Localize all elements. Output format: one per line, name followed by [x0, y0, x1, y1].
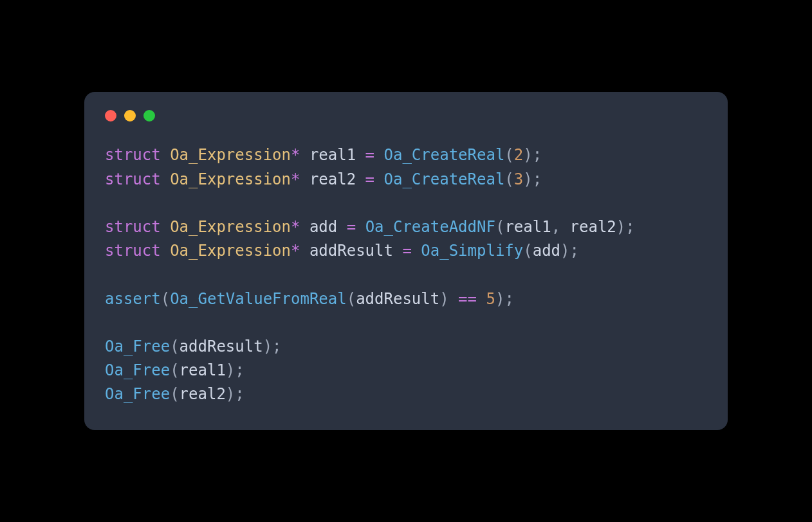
- code-block: struct Oa_Expression* real1 = Oa_CreateR…: [105, 143, 707, 406]
- window-controls: [105, 110, 707, 122]
- code-line-6: Oa_Free(addResult);: [105, 338, 282, 356]
- code-line-5: assert(Oa_GetValueFromReal(addResult) ==…: [105, 290, 514, 308]
- close-icon[interactable]: [105, 110, 116, 122]
- code-line-3: struct Oa_Expression* add = Oa_CreateAdd…: [105, 218, 635, 236]
- code-line-4: struct Oa_Expression* addResult = Oa_Sim…: [105, 242, 579, 260]
- code-line-8: Oa_Free(real2);: [105, 385, 245, 403]
- maximize-icon[interactable]: [143, 110, 155, 122]
- code-line-2: struct Oa_Expression* real2 = Oa_CreateR…: [105, 170, 542, 188]
- code-line-7: Oa_Free(real1);: [105, 361, 245, 379]
- minimize-icon[interactable]: [124, 110, 136, 122]
- code-line-1: struct Oa_Expression* real1 = Oa_CreateR…: [105, 146, 542, 164]
- code-window: struct Oa_Expression* real1 = Oa_CreateR…: [84, 92, 728, 429]
